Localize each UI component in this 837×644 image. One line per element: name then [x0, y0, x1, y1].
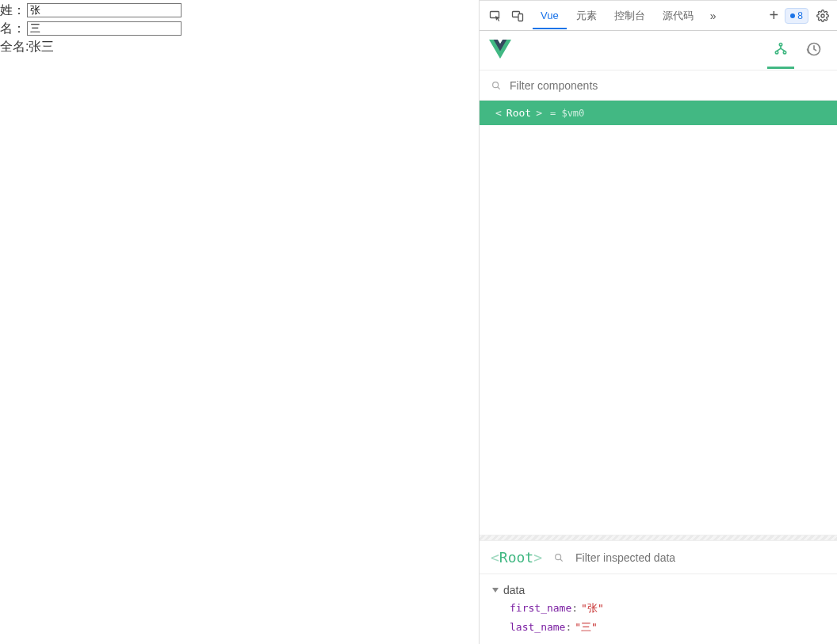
- data-item[interactable]: first_name:"张": [510, 601, 824, 615]
- data-value: "张": [581, 602, 604, 614]
- data-key: last_name: [510, 621, 565, 633]
- rendered-page: 姓： 名： 全名: 张三: [0, 0, 480, 644]
- form-row-lastname: 姓：: [0, 2, 479, 19]
- filter-data-input[interactable]: [575, 551, 826, 564]
- search-icon: [553, 552, 564, 563]
- svg-line-11: [560, 558, 563, 561]
- settings-gear-icon[interactable]: [813, 10, 832, 22]
- badge-dot-icon: [790, 13, 795, 18]
- tab-elements[interactable]: 元素: [568, 2, 605, 29]
- label-firstname: 名：: [0, 20, 25, 37]
- angle-close-icon: >: [536, 107, 542, 119]
- tree-item-root[interactable]: <Root> = $vm0: [480, 101, 837, 125]
- form-row-firstname: 名：: [0, 20, 479, 37]
- svg-rect-2: [518, 13, 523, 21]
- value-fullname: 张三: [29, 38, 54, 55]
- svg-point-6: [783, 51, 785, 54]
- vue-toolbar: [480, 31, 837, 70]
- chevron-down-icon: [492, 588, 499, 593]
- input-lastname[interactable]: [27, 3, 182, 17]
- badge-count: 8: [797, 10, 803, 21]
- tree-root-var: = $vm0: [550, 108, 584, 119]
- component-tree[interactable]: <Root> = $vm0: [480, 101, 837, 535]
- data-value: "三": [575, 621, 598, 633]
- svg-point-10: [556, 554, 561, 559]
- svg-point-5: [775, 51, 778, 54]
- more-tabs-icon[interactable]: »: [702, 5, 724, 27]
- input-firstname[interactable]: [27, 21, 182, 36]
- filter-components-input[interactable]: [510, 79, 826, 92]
- timeline-view-icon[interactable]: [801, 32, 827, 69]
- components-view-icon[interactable]: [767, 32, 794, 69]
- inspect-header: <Root>: [480, 541, 837, 574]
- issues-badge[interactable]: 8: [785, 8, 808, 24]
- search-icon: [491, 80, 502, 91]
- inspect-element-icon[interactable]: [484, 5, 506, 27]
- data-key: first_name: [510, 602, 571, 614]
- tab-sources[interactable]: 源代码: [655, 2, 701, 29]
- svg-point-8: [493, 82, 499, 87]
- fullname-row: 全名: 张三: [0, 38, 479, 55]
- new-tab-icon[interactable]: +: [762, 5, 785, 27]
- inspect-root-label: <Root>: [491, 549, 542, 566]
- data-section-toggle[interactable]: data: [492, 584, 824, 596]
- data-panel: data first_name:"张" last_name:"三": [480, 574, 837, 644]
- filter-components-bar: [480, 70, 837, 101]
- tab-vue[interactable]: Vue: [533, 2, 567, 29]
- svg-point-3: [821, 14, 824, 17]
- device-toggle-icon[interactable]: [506, 5, 529, 27]
- devtools-tab-bar: Vue 元素 控制台 源代码 » + 8: [480, 1, 837, 31]
- tab-console[interactable]: 控制台: [606, 2, 653, 29]
- label-fullname: 全名:: [0, 38, 29, 55]
- label-lastname: 姓：: [0, 2, 25, 19]
- data-section-title: data: [503, 584, 525, 596]
- svg-rect-0: [491, 11, 499, 17]
- angle-open-icon: <: [495, 107, 502, 119]
- vue-logo-icon: [489, 38, 511, 63]
- tree-root-label: Root: [506, 107, 531, 119]
- panel-divider[interactable]: [480, 535, 837, 541]
- svg-line-9: [498, 86, 500, 89]
- devtools-pane: Vue 元素 控制台 源代码 » + 8: [480, 0, 837, 644]
- data-item[interactable]: last_name:"三": [510, 620, 824, 634]
